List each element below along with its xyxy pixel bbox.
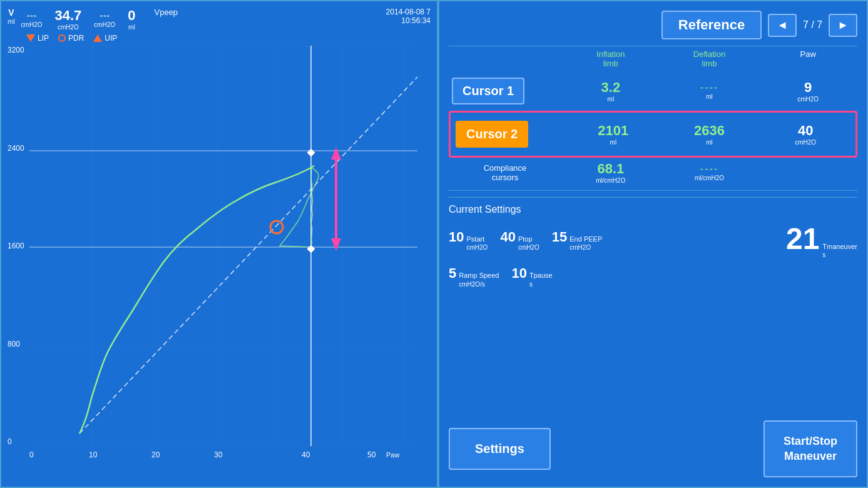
chart-header: V ml --- cmH2O 34.7 cmH2O --- cmH2O 0 ml… — [8, 8, 431, 31]
cursor2-inflation: 2101 ml — [565, 123, 661, 146]
svg-line-11 — [79, 77, 417, 434]
cursor2-row: Cursor 2 2101 ml 2636 ml 40 cmH2O — [449, 111, 857, 158]
svg-text:Paw: Paw — [386, 451, 399, 459]
chart-legend: LIP PDR UIP — [8, 34, 431, 43]
ptop-setting: 40 PtopcmH2O — [500, 229, 539, 252]
svg-marker-17 — [307, 245, 315, 253]
legend-uip: UIP — [93, 34, 117, 43]
cursor1-row: Cursor 1 3.2 ml ---- ml 9 cmH2O — [449, 71, 857, 111]
reference-row: Reference ◄ 7 / 7 ► — [449, 11, 857, 39]
timestamp: 2014-08-08 7 10:56:34 — [386, 8, 431, 25]
pstart-setting: 10 PstartcmH2O — [449, 229, 488, 252]
svg-text:20: 20 — [151, 450, 160, 459]
v-axis-label: V ml — [8, 8, 15, 25]
y-axis: 3200 2400 1600 800 0 — [8, 46, 24, 446]
svg-marker-19 — [331, 147, 341, 160]
current-settings: Current Settings 10 PstartcmH2O 40 Ptopc… — [449, 197, 857, 295]
cursor1-button[interactable]: Cursor 1 — [452, 78, 524, 104]
start-stop-button[interactable]: Start/Stop Maneuver — [763, 420, 857, 477]
chart-panel: V ml --- cmH2O 34.7 cmH2O --- cmH2O 0 ml… — [0, 0, 438, 488]
nav-next-button[interactable]: ► — [829, 14, 857, 37]
cursor1-paw: 9 cmH2O — [758, 79, 857, 103]
ramp-setting: 5 Ramp SpeedcmH2O/s — [449, 265, 499, 288]
compliance-deflation: ---- ml/cmH2O — [660, 163, 759, 181]
pdr-icon — [58, 34, 66, 42]
chart-svg: 0 10 20 30 40 50 Paw cmH2O — [29, 46, 417, 459]
settings-row2: 5 Ramp SpeedcmH2O/s 10 Tpauses — [449, 265, 857, 288]
svg-marker-20 — [331, 238, 341, 251]
tpause-setting: 10 Tpauses — [511, 265, 552, 288]
col-paw-header: Paw — [758, 49, 857, 68]
stat3: --- cmH2O — [94, 10, 115, 28]
svg-text:30: 30 — [214, 450, 223, 459]
compliance-inflation: 68.1 ml/cmH2O — [561, 161, 660, 184]
page-indicator: 7 / 7 — [803, 19, 822, 31]
cursor2-paw: 40 cmH2O — [757, 123, 854, 146]
stat4: 0 ml — [128, 8, 135, 31]
legend-lip: LIP — [26, 34, 49, 43]
chart-area: 3200 2400 1600 800 0 — [29, 46, 431, 461]
nav-prev-button[interactable]: ◄ — [768, 14, 797, 37]
reference-button[interactable]: Reference — [661, 11, 762, 39]
uip-icon — [93, 34, 102, 42]
endpeep-setting: 15 End PEEPcmH2O — [552, 229, 602, 252]
svg-text:10: 10 — [89, 450, 98, 459]
stat2: 34.7 cmH2O — [55, 8, 82, 31]
legend-pdr: PDR — [58, 34, 84, 43]
cursor2-deflation: 2636 ml — [661, 123, 758, 146]
vpeep-label: Vpeep — [155, 8, 178, 17]
col-inflation-header: Inflation limb — [561, 49, 660, 68]
compliance-row: Compliance cursors 68.1 ml/cmH2O ---- ml… — [449, 158, 857, 190]
cursor2-button[interactable]: Cursor 2 — [456, 121, 528, 148]
stat1: --- cmH2O — [21, 10, 43, 28]
svg-text:50: 50 — [367, 450, 376, 459]
svg-text:0: 0 — [29, 450, 34, 459]
settings-row1: 10 PstartcmH2O 40 PtopcmH2O 15 End PEEPc… — [449, 221, 857, 259]
cursor1-inflation: 3.2 ml — [561, 79, 660, 103]
svg-text:40: 40 — [302, 450, 310, 459]
chart-stats: --- cmH2O 34.7 cmH2O --- cmH2O 0 ml — [21, 8, 136, 31]
svg-point-15 — [270, 221, 283, 233]
data-table: Inflation limb Deflation limb Paw Cursor… — [449, 46, 857, 191]
settings-title: Current Settings — [449, 204, 857, 215]
table-header: Inflation limb Deflation limb Paw — [449, 46, 857, 71]
lip-icon — [26, 34, 35, 42]
svg-marker-16 — [307, 149, 315, 156]
col-deflation-header: Deflation limb — [660, 49, 759, 68]
cursor1-deflation: ---- ml — [660, 82, 759, 100]
bottom-buttons: Settings Start/Stop Maneuver — [449, 420, 857, 477]
right-panel: Reference ◄ 7 / 7 ► Inflation limb Defla… — [438, 0, 868, 488]
tmaneuver-setting: 21 Tmaneuvers — [786, 221, 857, 259]
settings-button[interactable]: Settings — [449, 428, 551, 470]
